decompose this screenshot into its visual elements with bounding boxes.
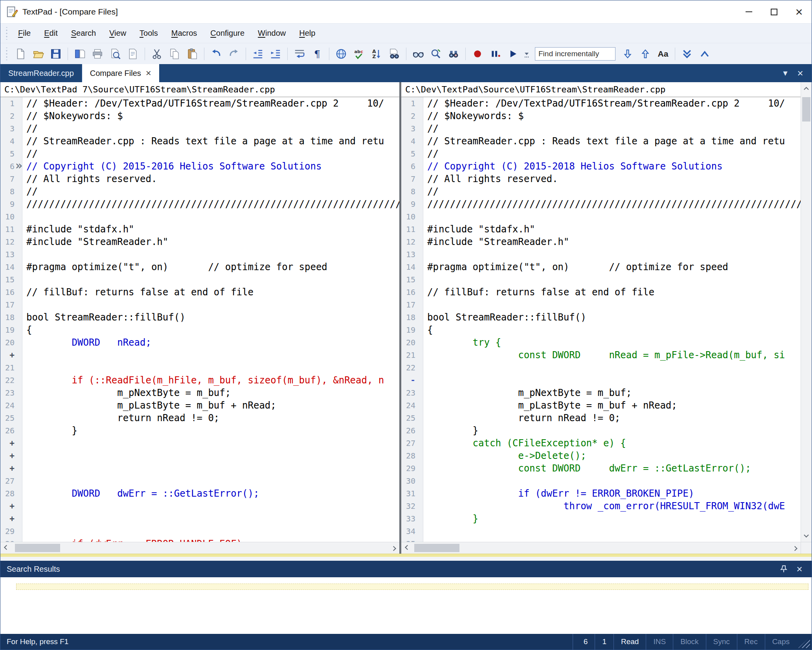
compare-pane-left: C:\Dev\TextPad 7\Source\UTF16Stream\Stre… — [0, 82, 399, 554]
next-difference-button[interactable] — [678, 46, 696, 62]
indent-button[interactable] — [267, 46, 284, 62]
line-number: 19 — [401, 324, 423, 336]
code-area-left[interactable]: 1 // $Header: /Dev/TextPad/UTF16Stream/S… — [0, 97, 399, 542]
unindent-button[interactable] — [249, 46, 266, 62]
minimize-button[interactable] — [736, 0, 761, 23]
close-view-icon[interactable] — [794, 66, 807, 80]
line-number: 15 — [401, 273, 423, 286]
search-results-highlight-row — [16, 584, 808, 590]
horizontal-scrollbar-thumb[interactable] — [414, 544, 459, 552]
replace-button[interactable] — [445, 46, 462, 62]
compare-files-icon — [412, 48, 424, 60]
line-number: 24 — [0, 399, 22, 412]
find-next-button[interactable] — [619, 46, 636, 62]
menu-item[interactable]: Macros — [165, 25, 204, 41]
redo-button[interactable] — [225, 46, 242, 62]
code-text: m_pLastByte = m_buf + nRead; — [22, 399, 399, 412]
view-document-button[interactable] — [124, 46, 141, 62]
close-button[interactable] — [786, 0, 812, 23]
line-number: 10 — [401, 210, 423, 223]
horizontal-scrollbar-thumb[interactable] — [15, 544, 60, 552]
vertical-scrollbar-thumb[interactable] — [802, 97, 810, 122]
close-panel-icon[interactable] — [794, 563, 805, 575]
code-line: 30 — [401, 475, 801, 487]
tab-list-dropdown-icon[interactable] — [779, 66, 792, 80]
match-case-button[interactable]: Aa — [654, 46, 672, 62]
web-browse-button[interactable] — [333, 46, 350, 62]
status-cell: 6 — [573, 634, 595, 650]
line-number: 31 — [401, 487, 423, 500]
search-results-header[interactable]: Search Results — [0, 561, 812, 577]
scroll-right-button[interactable] — [789, 542, 801, 554]
formatting-marks-button[interactable]: ¶ — [309, 46, 326, 62]
print-preview-button[interactable] — [107, 46, 124, 62]
record-macro-button[interactable] — [469, 46, 486, 62]
undo-button[interactable] — [208, 46, 225, 62]
menu-item[interactable]: Edit — [37, 25, 64, 41]
scroll-down-button[interactable] — [801, 530, 812, 542]
save-button[interactable] — [47, 46, 64, 62]
line-number: 2 — [0, 110, 22, 122]
toolbar-overflow-button[interactable] — [522, 46, 531, 62]
menu-item[interactable]: View — [103, 25, 133, 41]
tab-close-icon[interactable] — [146, 68, 151, 78]
code-line: 14 #pragma optimize("t", on) // optimize… — [401, 261, 801, 273]
previous-difference-button[interactable] — [696, 46, 713, 62]
print-button[interactable] — [89, 46, 106, 62]
search-results-body[interactable] — [0, 577, 812, 634]
line-number: 2 — [401, 110, 423, 122]
find-in-files-button[interactable] — [386, 46, 403, 62]
search-again-button[interactable] — [427, 46, 445, 62]
menu-item[interactable]: File — [11, 25, 37, 41]
menu-item[interactable]: Configure — [204, 25, 251, 41]
resize-grip[interactable] — [798, 637, 810, 648]
play-macro-button[interactable] — [504, 46, 522, 62]
menu-item[interactable]: Search — [64, 25, 103, 41]
code-text: { — [423, 324, 801, 336]
menubar-grip[interactable] — [5, 27, 8, 40]
find-previous-button[interactable] — [637, 46, 654, 62]
compare-files-button[interactable] — [410, 46, 427, 62]
horizontal-scrollbar-left[interactable] — [0, 542, 399, 554]
scroll-left-button[interactable] — [401, 542, 413, 554]
new-document-button[interactable] — [12, 46, 29, 62]
line-number: 6 — [401, 160, 423, 173]
pin-icon[interactable] — [778, 563, 790, 575]
open-file-button[interactable] — [29, 46, 47, 62]
code-area-right[interactable]: 1 // $Header: /Dev/TextPad/UTF16Stream/S… — [401, 97, 801, 542]
line-number: 30 — [0, 538, 22, 542]
code-line: 18 bool StreamReader::fillBuf() — [0, 311, 399, 324]
code-line: + — [0, 462, 399, 475]
sort-button[interactable]: AZ — [368, 46, 385, 62]
tab-streamreader[interactable]: StreamReader.cpp — [0, 64, 82, 82]
menu-item[interactable]: Tools — [133, 25, 165, 41]
cut-button[interactable] — [148, 46, 165, 62]
scroll-up-button[interactable] — [801, 82, 812, 94]
paste-button[interactable] — [184, 46, 201, 62]
spell-check-button[interactable]: abc — [350, 46, 367, 62]
scroll-left-button[interactable] — [0, 542, 12, 554]
code-line: 29 — [0, 525, 399, 538]
menu-item[interactable]: Help — [292, 25, 322, 41]
pause-macro-button[interactable] — [487, 46, 504, 62]
code-text: e->Delete(); — [423, 449, 801, 462]
search-results-title: Search Results — [7, 565, 60, 574]
code-text: ////////////////////////////////////////… — [423, 198, 801, 210]
horizontal-scrollbar-right[interactable] — [401, 542, 801, 554]
toolbar-grip[interactable] — [5, 48, 8, 60]
vertical-scrollbar[interactable] — [801, 82, 812, 554]
document-selector-button[interactable] — [71, 46, 88, 62]
maximize-button[interactable] — [761, 0, 786, 23]
scroll-right-button[interactable] — [388, 542, 399, 554]
tab-compare-files[interactable]: Compare Files — [82, 64, 159, 82]
vertical-scrollbar-track[interactable] — [801, 94, 812, 530]
code-line: 23 m_pNextByte = m_buf; — [401, 387, 801, 399]
menu-item[interactable]: Window — [251, 25, 292, 41]
incremental-find-input[interactable] — [535, 47, 615, 61]
code-text: if (dwErr == ERROR_HANDLE_EOF) — [22, 538, 399, 542]
compare-view: C:\Dev\TextPad 7\Source\UTF16Stream\Stre… — [0, 82, 812, 557]
line-number: 26 — [0, 424, 22, 437]
code-text: #include "StreamReader.h" — [22, 236, 399, 248]
copy-button[interactable] — [166, 46, 183, 62]
word-wrap-button[interactable] — [291, 46, 308, 62]
